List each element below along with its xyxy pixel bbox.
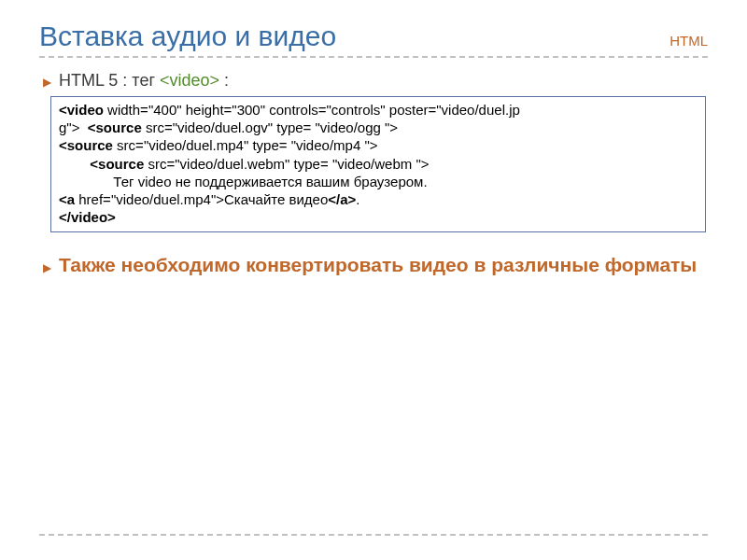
category-badge: HTML: [669, 33, 708, 49]
bullet-text-1: HTML 5 : тег <video> :: [59, 71, 229, 91]
code-token: <video: [59, 102, 104, 118]
code-token: <source: [59, 137, 113, 153]
bullet1-prefix: HTML 5 : тег: [59, 71, 160, 90]
code-content: <video width="400" height="300" controls…: [59, 101, 698, 226]
code-token: src="video/duel.webm" type= "video/webm …: [144, 156, 429, 172]
code-token: <source: [79, 119, 141, 135]
code-token: <source: [59, 156, 144, 172]
title-row: Вставка аудио и видео HTML: [39, 21, 708, 58]
code-box: <video width="400" height="300" controls…: [50, 96, 706, 232]
code-token: Тег video не поддерживается вашим браузе…: [59, 174, 428, 189]
bullet-marker-icon: ▶: [43, 260, 51, 276]
code-token: src="video/duel.mp4" type= "video/mp4 ">: [113, 137, 378, 153]
bottom-divider: [39, 534, 708, 536]
bullet-marker-icon: ▶: [43, 75, 51, 91]
code-token: </a>: [328, 191, 356, 207]
slide: Вставка аудио и видео HTML ▶ HTML 5 : те…: [0, 0, 747, 560]
code-token: <a: [59, 191, 75, 207]
code-token: src="video/duel.ogv" type= "video/ogg ">: [142, 119, 398, 135]
bullet-text-2: Также необходимо конвертировать видео в …: [59, 253, 697, 277]
code-token: href="video/duel.mp4">Скачайте видео: [75, 191, 328, 207]
slide-title: Вставка аудио и видео: [39, 21, 336, 52]
code-token: g">: [59, 119, 79, 135]
bullet1-suffix: :: [219, 71, 229, 90]
bullet1-tag: <video>: [160, 71, 219, 90]
bullet-item-2: ▶ Также необходимо конвертировать видео …: [43, 253, 708, 277]
code-token: .: [356, 191, 359, 207]
bullet-item-1: ▶ HTML 5 : тег <video> :: [43, 71, 708, 91]
code-token: width="400" height="300" controls="contr…: [104, 102, 520, 118]
code-token: </video>: [59, 209, 116, 225]
